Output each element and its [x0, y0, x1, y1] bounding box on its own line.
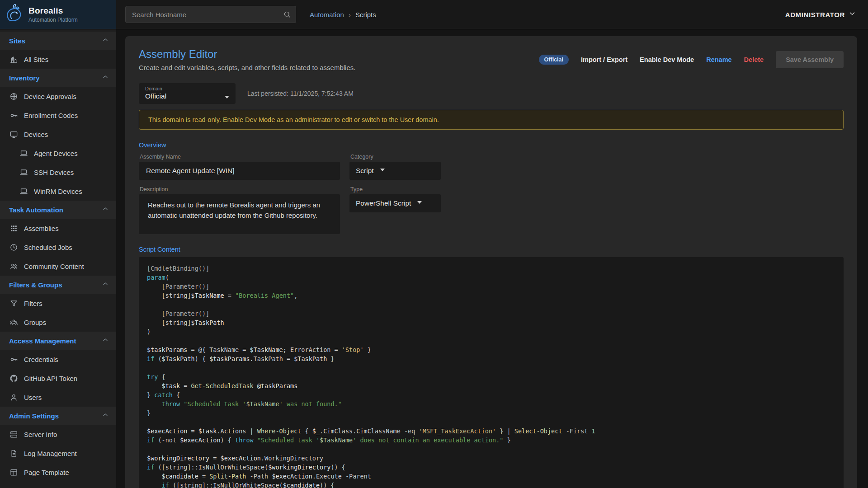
sidebar-section-label: Task Automation	[9, 206, 63, 214]
code-line	[147, 336, 835, 345]
code-line: $workingDirectory = $execAction.WorkingD…	[147, 454, 835, 463]
sidebar-item-users[interactable]: Users	[0, 388, 116, 407]
breadcrumb-scripts: Scripts	[355, 11, 376, 19]
sidebar: SitesAll SitesInventoryDevice ApprovalsE…	[0, 29, 116, 488]
code-line: }	[147, 408, 835, 418]
key-icon	[9, 355, 18, 364]
official-badge: Official	[539, 55, 569, 65]
sidebar-section-sites[interactable]: Sites	[0, 32, 116, 50]
sidebar-item-label: Credentials	[24, 356, 58, 363]
sidebar-item-agent-devices[interactable]: Agent Devices	[0, 144, 116, 163]
sidebar-section-filters-groups[interactable]: Filters & Groups	[0, 276, 116, 294]
domain-select-label: Domain	[145, 86, 162, 91]
sidebar-item-devices[interactable]: Devices	[0, 125, 116, 144]
sidebar-item-label: Server Info	[24, 431, 57, 438]
chevron-up-icon	[102, 36, 109, 45]
code-line	[147, 300, 835, 309]
code-line: $taskParams = @{ TaskName = $TaskName; E…	[147, 345, 835, 354]
type-select-value: PowerShell Script	[356, 199, 411, 207]
brand-text: Borealis Automation Platform	[28, 6, 78, 23]
code-line	[147, 445, 835, 454]
search-box[interactable]	[125, 6, 296, 23]
sidebar-item-label: Community Content	[24, 263, 84, 270]
sidebar-item-server-info[interactable]: Server Info	[0, 425, 116, 444]
code-line: if ($TaskPath) { $taskParams.TaskPath = …	[147, 354, 835, 363]
sidebar-item-github-api-token[interactable]: GitHub API Token	[0, 369, 116, 388]
assembly-name-input[interactable]: Remote Agent Update [WIN]	[139, 162, 340, 180]
description-textarea[interactable]: Reaches out to the remote Borealis agent…	[139, 194, 340, 234]
sidebar-item-ssh-devices[interactable]: SSH Devices	[0, 163, 116, 182]
rename-button[interactable]: Rename	[706, 56, 731, 63]
code-line: if ([string]::IsNullOrWhiteSpace($candid…	[147, 481, 835, 488]
sidebar-item-label: Page Template	[24, 469, 69, 476]
sidebar-item-label: Users	[24, 394, 42, 401]
sidebar-section-label: Inventory	[9, 74, 40, 82]
grid-icon	[9, 224, 18, 233]
clock-icon	[9, 243, 18, 252]
breadcrumb-automation[interactable]: Automation	[310, 11, 344, 19]
readonly-warning-banner: This domain is read-only. Enable Dev Mod…	[139, 110, 844, 130]
sidebar-section-inventory[interactable]: Inventory	[0, 69, 116, 87]
category-field: Category Script	[349, 154, 441, 180]
caret-down-icon	[417, 201, 422, 204]
main-area: Assembly Editor Create and edit variable…	[116, 29, 868, 488]
sidebar-section-task-automation[interactable]: Task Automation	[0, 201, 116, 219]
sidebar-item-all-sites[interactable]: All Sites	[0, 50, 116, 69]
sidebar-item-label: Devices	[24, 131, 48, 138]
import-export-button[interactable]: Import / Export	[581, 56, 627, 63]
sidebar-item-winrm-devices[interactable]: WinRM Devices	[0, 182, 116, 201]
enable-dev-mode-button[interactable]: Enable Dev Mode	[640, 56, 694, 63]
github-icon	[9, 374, 18, 383]
borealis-logo	[5, 4, 24, 25]
sidebar-item-assemblies[interactable]: Assemblies	[0, 219, 116, 238]
sidebar-item-label: Log Management	[24, 450, 77, 457]
code-line: if ([string]::IsNullOrWhiteSpace($workin…	[147, 463, 835, 472]
sidebar-item-label: GitHub API Token	[24, 375, 77, 382]
app: Borealis Automation Platform Automation …	[0, 0, 868, 488]
sidebar-item-filters[interactable]: Filters	[0, 294, 116, 313]
script-editor[interactable]: [CmdletBinding()]param( [Parameter()] [s…	[139, 257, 844, 488]
chevron-up-icon	[102, 280, 109, 289]
domain-row: Domain Official Last persisted: 11/1/202…	[139, 83, 844, 104]
delete-button[interactable]: Delete	[744, 56, 764, 63]
chevron-up-icon	[102, 411, 109, 420]
overview-row-2: Description Reaches out to the remote Bo…	[139, 186, 844, 234]
code-line: [Parameter()]	[147, 282, 835, 291]
category-select-value: Script	[356, 167, 374, 175]
sidebar-section-label: Access Management	[9, 337, 76, 345]
breadcrumb-separator: ›	[349, 11, 351, 19]
overview-row-1: Assembly Name Remote Agent Update [WIN] …	[139, 154, 844, 180]
monitor-icon	[9, 130, 18, 139]
sidebar-section-admin-settings[interactable]: Admin Settings	[0, 407, 116, 425]
sidebar-item-log-management[interactable]: Log Management	[0, 444, 116, 463]
template-icon	[9, 468, 18, 477]
laptop-icon	[19, 187, 28, 196]
globe-icon	[9, 92, 18, 101]
brand: Borealis Automation Platform	[0, 0, 116, 29]
sidebar-item-enrollment-codes[interactable]: Enrollment Codes	[0, 106, 116, 125]
code-line: [string]$TaskPath	[147, 318, 835, 327]
category-select[interactable]: Script	[349, 162, 441, 180]
sidebar-item-credentials[interactable]: Credentials	[0, 350, 116, 369]
type-select[interactable]: PowerShell Script	[349, 194, 441, 212]
assembly-editor-card: Assembly Editor Create and edit variable…	[125, 36, 857, 488]
domain-select[interactable]: Domain Official	[139, 83, 236, 104]
save-assembly-button[interactable]: Save Assembly	[776, 51, 844, 68]
search-input[interactable]	[132, 11, 283, 19]
sidebar-item-page-template[interactable]: Page Template	[0, 463, 116, 482]
laptop-icon	[19, 149, 28, 158]
assembly-name-label: Assembly Name	[140, 154, 340, 160]
key-icon	[9, 111, 18, 120]
code-line: } catch {	[147, 390, 835, 399]
sidebar-section-access-management[interactable]: Access Management	[0, 332, 116, 350]
sidebar-item-groups[interactable]: Groups	[0, 313, 116, 332]
type-field: Type PowerShell Script	[349, 186, 441, 212]
user-menu[interactable]: ADMINISTRATOR	[785, 9, 856, 19]
sidebar-item-device-approvals[interactable]: Device Approvals	[0, 87, 116, 106]
user-menu-label: ADMINISTRATOR	[785, 11, 845, 19]
sidebar-item-scheduled-jobs[interactable]: Scheduled Jobs	[0, 238, 116, 257]
sidebar-section-label: Sites	[9, 37, 25, 45]
sidebar-item-community-content[interactable]: Community Content	[0, 257, 116, 276]
sidebar-item-label: Agent Devices	[34, 150, 78, 157]
caret-down-icon	[380, 169, 385, 171]
